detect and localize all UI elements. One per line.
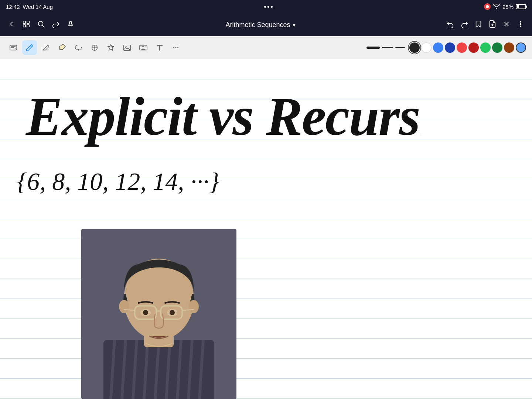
grid-button[interactable] xyxy=(22,20,30,30)
svg-marker-21 xyxy=(108,44,114,50)
canvas-area[interactable]: Explicit vs Recursive {6, 8, 10, 12, 14,… xyxy=(0,59,532,399)
status-center-dots xyxy=(264,6,273,8)
keyboard-tool[interactable] xyxy=(136,40,151,55)
title-bar-left xyxy=(7,20,75,30)
svg-point-11 xyxy=(520,23,521,24)
battery-icon xyxy=(516,4,526,9)
document-title: Arithmetic Sequences xyxy=(225,21,290,29)
svg-point-10 xyxy=(520,21,521,22)
image-tool[interactable] xyxy=(120,40,134,55)
svg-rect-4 xyxy=(27,24,29,27)
color-dark-red[interactable] xyxy=(468,42,479,53)
thin-line-option[interactable] xyxy=(395,47,405,48)
svg-line-6 xyxy=(42,25,44,27)
bookmark-button[interactable] xyxy=(474,20,482,30)
sequence-display: {6, 8, 10, 12, 14, ···} xyxy=(13,163,228,198)
time-display: 12:42 xyxy=(6,4,20,10)
lasso-select-tool[interactable] xyxy=(71,40,86,55)
more-options-button[interactable] xyxy=(516,20,525,30)
color-white[interactable] xyxy=(421,42,432,53)
status-right: 25% xyxy=(484,3,526,10)
redo-button[interactable] xyxy=(460,20,468,30)
search-button[interactable] xyxy=(37,20,45,30)
svg-text:Explicit vs Recursive: Explicit vs Recursive xyxy=(25,86,421,147)
svg-point-55 xyxy=(188,300,199,313)
share-button[interactable] xyxy=(52,20,60,30)
pen-tool[interactable] xyxy=(22,40,37,55)
color-blue[interactable] xyxy=(433,42,443,53)
svg-text:{6, 8, 10, 12, 14, ···}: {6, 8, 10, 12, 14, ···} xyxy=(17,167,219,195)
color-red[interactable] xyxy=(457,42,467,53)
color-palette xyxy=(409,42,526,53)
svg-point-37 xyxy=(175,47,177,48)
svg-point-0 xyxy=(486,5,489,8)
thick-line-option[interactable] xyxy=(366,47,380,49)
svg-point-64 xyxy=(170,310,175,315)
svg-point-36 xyxy=(173,47,174,48)
smart-script-tool[interactable] xyxy=(6,40,21,55)
drawing-toolbar xyxy=(0,36,532,59)
svg-rect-3 xyxy=(23,24,25,27)
status-bar: 12:42 Wed 14 Aug 25% xyxy=(0,0,532,13)
highlighter-tool[interactable] xyxy=(55,40,69,55)
wifi-icon xyxy=(493,4,500,10)
color-dark-gray[interactable] xyxy=(409,42,420,53)
record-indicator xyxy=(484,3,491,10)
svg-point-5 xyxy=(38,21,43,26)
handwritten-title: Explicit vs Recursive xyxy=(15,66,421,153)
more-tools-button[interactable] xyxy=(168,40,183,55)
color-brown[interactable] xyxy=(504,42,514,53)
svg-line-14 xyxy=(30,45,32,47)
back-button[interactable] xyxy=(7,20,16,30)
text-tool[interactable] xyxy=(152,40,167,55)
svg-point-54 xyxy=(119,300,129,313)
svg-rect-2 xyxy=(27,21,29,23)
export-button[interactable] xyxy=(488,20,497,30)
medium-line-option[interactable] xyxy=(382,47,393,48)
shapes-tool[interactable] xyxy=(87,40,102,55)
svg-point-63 xyxy=(143,310,148,315)
svg-rect-1 xyxy=(23,21,25,23)
color-dark-blue[interactable] xyxy=(445,42,455,53)
title-bar: Arithmetic Sequences ▾ xyxy=(0,13,532,36)
svg-point-38 xyxy=(177,47,178,48)
title-bar-right xyxy=(446,20,525,30)
eraser-tool[interactable] xyxy=(38,40,53,55)
touch-button[interactable] xyxy=(66,20,75,30)
date-display: Wed 14 Aug xyxy=(23,4,53,10)
title-bar-center[interactable]: Arithmetic Sequences ▾ xyxy=(225,21,295,29)
battery-percent: 25% xyxy=(502,4,514,10)
status-left: 12:42 Wed 14 Aug xyxy=(6,4,53,10)
thickness-options xyxy=(366,47,405,49)
camera-overlay xyxy=(81,229,236,399)
close-button[interactable] xyxy=(502,20,511,30)
favorites-tool[interactable] xyxy=(103,40,118,55)
undo-button[interactable] xyxy=(446,20,454,30)
color-active-blue[interactable] xyxy=(516,42,526,53)
dropdown-chevron[interactable]: ▾ xyxy=(293,21,296,28)
svg-point-12 xyxy=(520,26,521,27)
svg-point-23 xyxy=(125,46,126,47)
color-dark-green[interactable] xyxy=(492,42,502,53)
color-green[interactable] xyxy=(480,42,491,53)
